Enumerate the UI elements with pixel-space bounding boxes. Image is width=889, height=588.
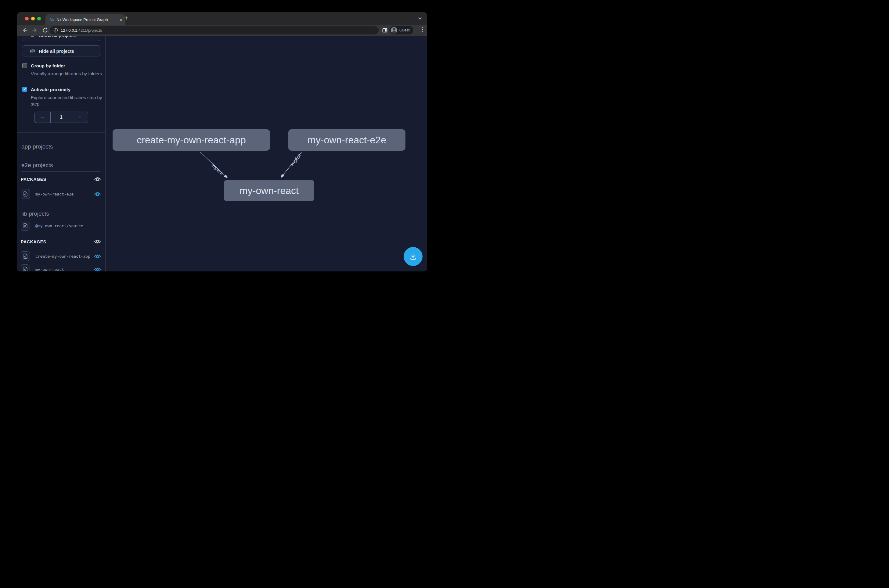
nx-logo-icon: Nx — [50, 17, 54, 22]
toggle-all-eye-icon[interactable] — [94, 239, 101, 244]
toggle-project-eye-icon[interactable] — [94, 192, 101, 197]
packages-title: PACKAGES — [21, 239, 47, 244]
url-text: 127.0.0.1:4211/projects — [61, 28, 102, 33]
minimize-window-button[interactable] — [31, 17, 35, 20]
group-by-folder-option: Group by folder Visually arrange librari… — [22, 63, 102, 77]
proximity-depth-stepper: − 1 + — [34, 112, 88, 123]
increment-button[interactable]: + — [72, 112, 88, 123]
browser-window: Nx Nx Workspace Project Graph × + 127.0.… — [17, 12, 427, 272]
screenshot-root: { "browser": { "tab_title": "Nx Workspac… — [0, 0, 444, 294]
project-name: my-own-react-e2e — [35, 192, 74, 196]
project-graph-canvas[interactable]: implicit implicit create-my-own-react-ap… — [105, 36, 427, 272]
graph-edges — [105, 36, 427, 272]
close-window-button[interactable] — [25, 17, 29, 20]
activate-proximity-checkbox[interactable]: ✓ — [22, 87, 27, 92]
profile-button[interactable]: Guest — [390, 26, 413, 34]
hide-all-projects-label: Hide all projects — [39, 48, 74, 54]
url-host: 127.0.0.1 — [61, 28, 77, 33]
project-name: @my-own-react/source — [35, 224, 83, 228]
url-path: :4211/projects — [77, 28, 102, 33]
browser-menu-icon[interactable] — [422, 27, 423, 32]
page-content: Show all projects Hide all projects Grou… — [17, 36, 427, 272]
back-icon[interactable] — [21, 27, 28, 33]
hide-all-projects-button[interactable]: Hide all projects — [22, 45, 101, 56]
show-all-projects-button-clipped[interactable]: Show all projects — [22, 36, 101, 41]
tab-close-icon[interactable]: × — [120, 17, 122, 22]
profile-label: Guest — [399, 28, 409, 32]
avatar-icon — [391, 27, 397, 33]
browser-tab[interactable]: Nx Nx Workspace Project Graph × — [45, 14, 125, 25]
browser-toolbar: 127.0.0.1:4211/projects Guest — [17, 25, 427, 36]
chevron-down-icon[interactable] — [417, 16, 422, 21]
eye-icon — [30, 36, 35, 38]
section-lib-projects: lib projects — [21, 210, 101, 220]
focus-project-button[interactable] — [21, 221, 30, 231]
reload-icon[interactable] — [42, 27, 48, 33]
side-panel-icon[interactable] — [382, 28, 387, 33]
tab-strip: Nx Nx Workspace Project Graph × + — [17, 12, 427, 25]
packages-header-lib: PACKAGES — [21, 239, 101, 244]
tab-title: Nx Workspace Project Graph — [56, 17, 108, 22]
traffic-lights — [25, 17, 41, 20]
download-image-button[interactable] — [404, 247, 422, 266]
toggle-project-eye-icon[interactable] — [94, 254, 101, 259]
site-info-icon[interactable] — [53, 28, 58, 33]
project-row: create-my-own-react-app — [21, 251, 101, 261]
project-row: @my-own-react/source — [21, 221, 101, 231]
toggle-project-eye-icon[interactable] — [94, 267, 101, 272]
zoom-window-button[interactable] — [37, 17, 41, 20]
focus-project-button[interactable] — [21, 189, 30, 199]
forward-icon[interactable] — [32, 27, 38, 33]
focus-project-button[interactable] — [21, 251, 30, 261]
graph-node-create-my-own-react-app[interactable]: create-my-own-react-app — [113, 129, 270, 151]
toggle-all-eye-icon[interactable] — [94, 177, 101, 182]
packages-title: PACKAGES — [21, 177, 47, 182]
activate-proximity-option: ✓ Activate proximity Explore connected l… — [22, 87, 102, 107]
group-by-folder-label: Group by folder — [31, 63, 65, 69]
eye-off-icon — [30, 48, 35, 53]
project-name: create-my-own-react-app — [35, 254, 90, 259]
activate-proximity-description: Explore connected libraries step by step… — [31, 94, 105, 107]
group-by-folder-description: Visually arrange libraries by folders. — [31, 70, 105, 77]
section-e2e-projects: e2e projects — [21, 162, 101, 172]
graph-node-my-own-react[interactable]: my-own-react — [224, 180, 314, 201]
depth-value: 1 — [51, 112, 72, 123]
new-tab-button[interactable]: + — [125, 15, 128, 22]
packages-header-e2e: PACKAGES — [21, 177, 101, 182]
graph-node-my-own-react-e2e[interactable]: my-own-react-e2e — [288, 129, 405, 151]
group-by-folder-checkbox[interactable] — [22, 63, 27, 68]
decrement-button[interactable]: − — [35, 112, 51, 123]
url-bar[interactable]: 127.0.0.1:4211/projects — [50, 26, 378, 34]
activate-proximity-label: Activate proximity — [31, 87, 71, 92]
section-app-projects: app projects — [21, 143, 101, 153]
project-row: my-own-react-e2e — [21, 189, 101, 199]
focus-project-button[interactable] — [21, 264, 30, 272]
project-row: my-own-react — [21, 264, 101, 272]
sidebar-divider — [17, 132, 105, 133]
project-graph-sidebar: Show all projects Hide all projects Grou… — [17, 36, 105, 272]
project-name: my-own-react — [35, 267, 64, 272]
download-icon — [409, 252, 417, 261]
show-all-projects-label: Show all projects — [39, 36, 76, 38]
